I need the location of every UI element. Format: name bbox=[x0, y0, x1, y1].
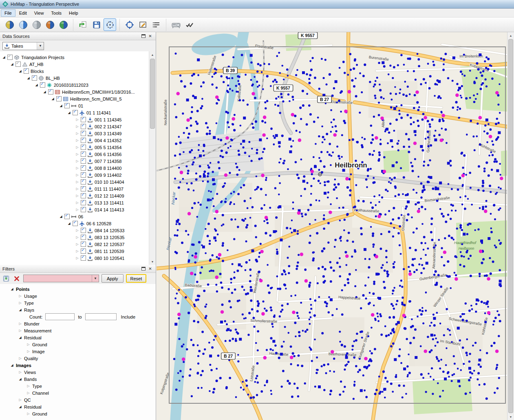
expand-arrow-icon[interactable]: ▷ bbox=[75, 130, 79, 137]
takes-combobox[interactable]: Takes ▼ bbox=[2, 42, 44, 50]
filter-item-images[interactable]: ◢Images bbox=[0, 362, 156, 369]
filter-item-ground[interactable]: ▷Ground bbox=[0, 410, 156, 417]
scroll-thumb[interactable] bbox=[150, 59, 155, 129]
menu-item-help[interactable]: Help bbox=[65, 9, 82, 17]
tree-checkbox[interactable]: ✓ bbox=[32, 75, 37, 81]
tree-checkbox[interactable]: ✓ bbox=[24, 68, 29, 74]
tree-checkbox[interactable]: ✓ bbox=[15, 62, 21, 67]
tree-checkbox[interactable]: ✓ bbox=[81, 158, 86, 164]
tree-item-blocks[interactable]: ◢✓Blocks bbox=[0, 68, 149, 75]
tree-item-005-5-114354[interactable]: ▷✓005 5 114354 bbox=[0, 144, 149, 151]
tree-checkbox[interactable]: ✓ bbox=[81, 145, 86, 150]
tree-checkbox[interactable]: ✓ bbox=[81, 235, 86, 240]
globe-triangulation-button[interactable] bbox=[3, 18, 16, 31]
tree-checkbox[interactable]: ✓ bbox=[81, 117, 86, 122]
filter-item-bands[interactable]: ◢Bands bbox=[0, 376, 156, 383]
expand-arrow-icon[interactable]: ◢ bbox=[10, 286, 14, 292]
expand-arrow-icon[interactable]: ◢ bbox=[18, 403, 22, 410]
tree-checkbox[interactable]: ✓ bbox=[73, 221, 78, 226]
expand-arrow-icon[interactable]: ▷ bbox=[26, 348, 31, 355]
tree-checkbox[interactable]: ✓ bbox=[64, 214, 70, 219]
filter-item-blunder[interactable]: ▷Blunder bbox=[0, 320, 156, 327]
tree-item-06[interactable]: ◢✓06 bbox=[0, 213, 149, 220]
filter-item-views[interactable]: ▷Views bbox=[0, 369, 156, 376]
globe-imagery-button[interactable] bbox=[17, 18, 29, 31]
expand-arrow-icon[interactable]: ▷ bbox=[75, 185, 79, 192]
filter-item-usage[interactable]: ▷Usage bbox=[0, 292, 156, 299]
expand-arrow-icon[interactable]: ◢ bbox=[67, 109, 71, 116]
tree-checkbox[interactable]: ✓ bbox=[81, 172, 86, 178]
filter-item-type[interactable]: ▷Type bbox=[0, 299, 156, 306]
globe-ortho-button[interactable] bbox=[44, 18, 56, 31]
tree-item-heilbronn-5cm-dmciii-5[interactable]: ◢✓Heilbronn_5cm_DMCIII_5 bbox=[0, 95, 149, 102]
tree-checkbox[interactable]: ✓ bbox=[64, 103, 70, 108]
scroll-down-icon[interactable]: ▼ bbox=[149, 258, 156, 265]
target-button[interactable] bbox=[123, 18, 136, 31]
tree-item-06-6-120528[interactable]: ◢✓06 6 120528 bbox=[0, 220, 149, 227]
import-take-button[interactable] bbox=[77, 18, 89, 31]
expand-arrow-icon[interactable]: ▷ bbox=[26, 383, 31, 389]
expand-arrow-icon[interactable]: ▷ bbox=[26, 341, 31, 348]
tree-item-011-11-114407[interactable]: ▷✓011 11 114407 bbox=[0, 185, 149, 192]
expand-arrow-icon[interactable]: ◢ bbox=[34, 81, 39, 88]
expand-arrow-icon[interactable]: ▷ bbox=[75, 123, 79, 130]
globe-qc-button[interactable] bbox=[57, 18, 70, 31]
tree-checkbox[interactable]: ✓ bbox=[81, 193, 86, 198]
expand-arrow-icon[interactable]: ▷ bbox=[75, 227, 79, 234]
save-button[interactable] bbox=[90, 18, 103, 31]
tree-checkbox[interactable]: ✓ bbox=[81, 207, 86, 212]
tree-item-heilbronn5cm-dmciii-1-18-2016[interactable]: ◢✓Heilbronn5cm_DMCIII##1/18/2016... bbox=[0, 88, 149, 95]
radial-select-button[interactable] bbox=[104, 18, 116, 31]
tree-item-009-9-114402[interactable]: ▷✓009 9 114402 bbox=[0, 172, 149, 178]
list-view-button[interactable] bbox=[150, 18, 163, 31]
tree-checkbox[interactable]: ✓ bbox=[56, 96, 62, 101]
tree-item-083-13-120535[interactable]: ▷✓083 13 120535 bbox=[0, 234, 149, 241]
expand-arrow-icon[interactable]: ◢ bbox=[42, 88, 47, 95]
tree-item-01-1-114341[interactable]: ◢✓01 1 114341 bbox=[0, 109, 149, 116]
scroll-down-icon[interactable]: ▼ bbox=[507, 413, 514, 420]
expand-arrow-icon[interactable]: ▷ bbox=[18, 369, 22, 376]
expand-arrow-icon[interactable]: ▷ bbox=[75, 178, 79, 185]
expand-arrow-icon[interactable]: ◢ bbox=[59, 213, 63, 220]
expand-arrow-icon[interactable]: ◢ bbox=[51, 95, 55, 102]
expand-arrow-icon[interactable]: ▷ bbox=[75, 206, 79, 213]
expand-arrow-icon[interactable]: ▷ bbox=[26, 410, 31, 417]
expand-arrow-icon[interactable]: ▷ bbox=[75, 241, 79, 248]
close-panel-icon[interactable]: ✕ bbox=[147, 266, 153, 272]
scroll-up-icon[interactable]: ▲ bbox=[149, 51, 156, 58]
tree-checkbox[interactable]: ✓ bbox=[81, 138, 86, 143]
filter-item-residual[interactable]: ◢Residual bbox=[0, 334, 156, 341]
expand-arrow-icon[interactable]: ◢ bbox=[2, 54, 6, 61]
tree-item-triangulation-projects[interactable]: ◢✓Triangulation Projects bbox=[0, 54, 149, 61]
tree-item-084-14-120533[interactable]: ▷✓084 14 120533 bbox=[0, 227, 149, 234]
expand-arrow-icon[interactable]: ▷ bbox=[75, 165, 79, 172]
edit-view-button[interactable] bbox=[137, 18, 149, 31]
filter-dropdown-arrow-icon[interactable]: ▼ bbox=[92, 275, 99, 282]
expand-arrow-icon[interactable]: ▷ bbox=[75, 137, 79, 144]
clear-filter-button[interactable] bbox=[13, 275, 21, 283]
tree-item-010-10-114404[interactable]: ▷✓010 10 114404 bbox=[0, 178, 149, 185]
filter-item-type[interactable]: ▷Type bbox=[0, 383, 156, 389]
expand-arrow-icon[interactable]: ▷ bbox=[75, 151, 79, 158]
tree-item-080-10-120541[interactable]: ▷✓080 10 120541 bbox=[0, 255, 149, 262]
tree-checkbox[interactable]: ✓ bbox=[81, 248, 86, 254]
globe-terrain-button[interactable] bbox=[30, 18, 43, 31]
count-from-input[interactable] bbox=[45, 313, 75, 320]
tree-item-082-12-120537[interactable]: ▷✓082 12 120537 bbox=[0, 241, 149, 248]
float-panel-icon[interactable] bbox=[140, 33, 146, 39]
filter-item-channel[interactable]: ▷Channel bbox=[0, 389, 156, 396]
filter-item-qc[interactable]: ▷QC bbox=[0, 396, 156, 403]
filter-item-ground[interactable]: ▷Ground bbox=[0, 341, 156, 348]
tree-item-20160318112023[interactable]: ◢✓20160318112023 bbox=[0, 81, 149, 88]
map-scrollbar[interactable]: ▲ ▼ bbox=[507, 32, 514, 420]
scroll-up-icon[interactable]: ▲ bbox=[507, 32, 514, 39]
expand-arrow-icon[interactable]: ▷ bbox=[75, 144, 79, 151]
expand-arrow-icon[interactable]: ▷ bbox=[18, 320, 22, 327]
tree-checkbox[interactable]: ✓ bbox=[81, 255, 86, 261]
menu-item-view[interactable]: View bbox=[31, 9, 48, 17]
expand-arrow-icon[interactable]: ▷ bbox=[75, 116, 79, 123]
expand-arrow-icon[interactable]: ▷ bbox=[75, 234, 79, 241]
filter-item-measurement[interactable]: ▷Measurement bbox=[0, 327, 156, 334]
filter-combobox[interactable]: ▼ bbox=[23, 275, 99, 282]
float-panel-icon[interactable] bbox=[140, 266, 146, 272]
